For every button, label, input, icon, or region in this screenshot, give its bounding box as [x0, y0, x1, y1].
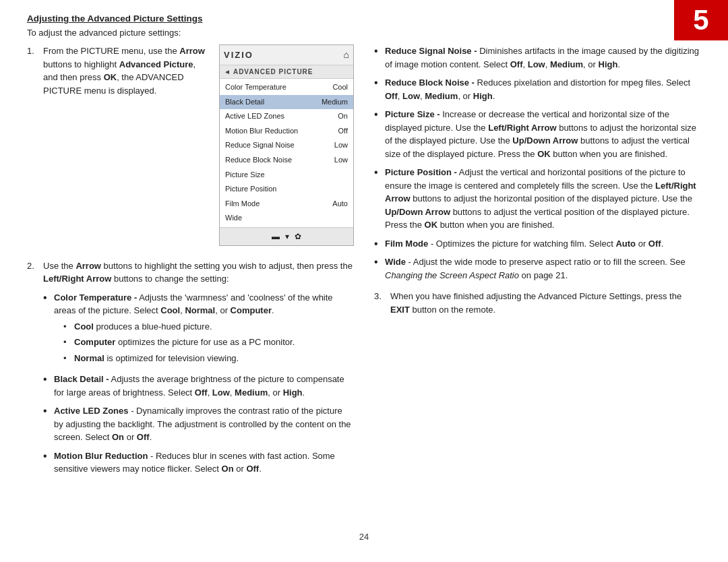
back-arrow-icon: ◄ — [224, 67, 231, 77]
color-temp-bullet: Color Temperature - Adjusts the 'warmnes… — [43, 291, 354, 476]
vizio-logo: VIZIO — [224, 49, 253, 62]
section-heading: Adjusting the Advanced Picture Settings — [27, 13, 701, 24]
menu-item-reduce-signal: Reduce Signal NoiseLow — [220, 138, 353, 153]
home-icon: ⌂ — [344, 48, 349, 62]
step-2-content: Use the Arrow buttons to highlight the s… — [43, 259, 354, 481]
footer-icon-2: ▾ — [285, 230, 289, 243]
step3-list: 3. When you have finished adjusting the … — [374, 290, 701, 316]
menu-item-film-mode: Film ModeAuto — [220, 197, 353, 212]
bullet-wide: Wide - Adjust the wide mode to preserve … — [374, 255, 701, 282]
bullet-picture-size: Picture Size - Increase or decrease the … — [374, 108, 701, 160]
step-2: 2. Use the Arrow buttons to highlight th… — [27, 259, 354, 481]
sub-bullet-cool: Cool produces a blue-hued picture. — [63, 320, 354, 334]
step-1-content: VIZIO ⌂ ◄ ADVANCED PICTURE Color Tempera… — [43, 44, 354, 253]
step-3-num: 3. — [374, 290, 386, 316]
step-2-num: 2. — [27, 259, 39, 481]
menu-item-wide: Wide — [220, 211, 353, 226]
tv-menu-items: Color TemperatureCool Black DetailMedium… — [220, 79, 353, 227]
step-3-text: When you have finished adjusting the Adv… — [390, 291, 681, 315]
menu-item-motion-blur: Motion Blur ReductionOff — [220, 124, 353, 139]
footer-icon-3: ✿ — [295, 230, 301, 243]
intro-text: To adjust the advanced picture settings: — [27, 28, 701, 38]
menu-item-picture-size: Picture Size — [220, 168, 353, 183]
step-3: 3. When you have finished adjusting the … — [374, 290, 701, 316]
bullet-black-detail: Black Detail - Adjusts the average brigh… — [43, 373, 354, 399]
right-column: Reduce Signal Noise - Diminishes artifac… — [374, 44, 701, 526]
step-1-num: 1. — [27, 44, 39, 253]
tv-menu-mockup: VIZIO ⌂ ◄ ADVANCED PICTURE Color Tempera… — [219, 44, 354, 246]
menu-item-reduce-block: Reduce Block NoiseLow — [220, 153, 353, 168]
step-1-text: From the PICTURE menu, use the Arrow but… — [43, 46, 205, 96]
step-1: 1. VIZIO ⌂ ◄ ADVANCED PICTURE — [27, 44, 354, 253]
bullet-active-led: Active LED Zones - Dynamically improves … — [43, 404, 354, 444]
menu-item-picture-pos: Picture Position — [220, 182, 353, 197]
step-2-text: Use the Arrow buttons to highlight the s… — [43, 261, 353, 284]
page-content: Adjusting the Advanced Picture Settings … — [27, 13, 701, 542]
sub-bullet-computer: Computer optimizes the picture for use a… — [63, 336, 354, 349]
left-column: 1. VIZIO ⌂ ◄ ADVANCED PICTURE — [27, 44, 354, 526]
bullet-film-mode: Film Mode - Optimizes the picture for wa… — [374, 237, 701, 251]
footer-icon-1: ▬ — [272, 230, 280, 243]
menu-item-active-led: Active LED ZonesOn — [220, 109, 353, 124]
right-bullet-list: Reduce Signal Noise - Diminishes artifac… — [374, 44, 701, 282]
bullet-reduce-block: Reduce Block Noise - Reduces pixelation … — [374, 76, 701, 102]
bullet-reduce-signal: Reduce Signal Noise - Diminishes artifac… — [374, 44, 701, 71]
bullet-motion-blur: Motion Blur Reduction - Reduces blur in … — [43, 449, 354, 476]
numbered-list: 1. VIZIO ⌂ ◄ ADVANCED PICTURE — [27, 44, 354, 481]
bullet-picture-position: Picture Position - Adjust the vertical a… — [374, 166, 701, 232]
two-col-layout: 1. VIZIO ⌂ ◄ ADVANCED PICTURE — [27, 44, 701, 526]
menu-item-black-detail: Black DetailMedium — [220, 95, 353, 110]
step-3-content: When you have finished adjusting the Adv… — [390, 290, 701, 316]
color-temp-sub-bullets: Cool produces a blue-hued picture. Compu… — [63, 320, 354, 365]
page-number: 24 — [27, 532, 701, 542]
bullet-color-temp: Color Temperature - Adjusts the 'warmnes… — [43, 291, 354, 368]
sub-bullet-normal: Normal is optimized for television viewi… — [63, 352, 354, 365]
tv-menu-nav: ◄ ADVANCED PICTURE — [220, 65, 353, 79]
tv-menu-title: ADVANCED PICTURE — [233, 67, 313, 77]
menu-item-color-temp: Color TemperatureCool — [220, 80, 353, 95]
tv-menu-footer: ▬ ▾ ✿ — [220, 227, 353, 245]
tv-menu-header: VIZIO ⌂ — [220, 45, 353, 65]
